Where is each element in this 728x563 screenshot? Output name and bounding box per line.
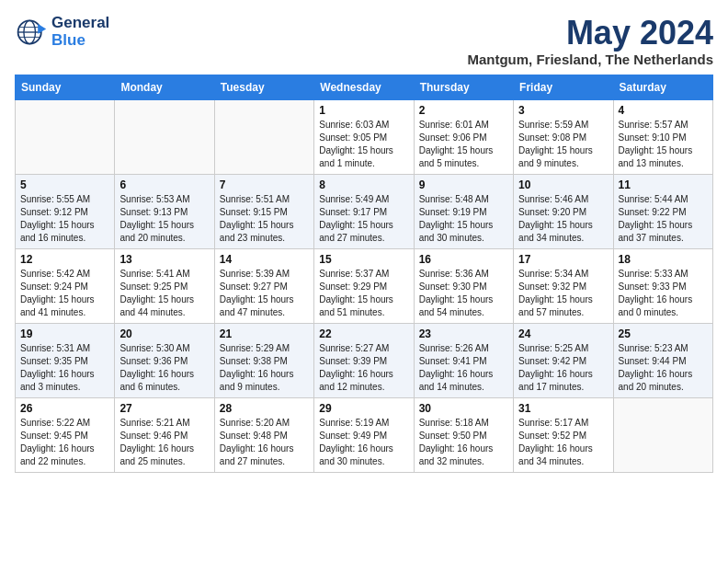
day-info: Sunrise: 5:17 AM Sunset: 9:52 PM Dayligh… [518, 417, 608, 468]
day-number: 28 [220, 402, 309, 415]
day-info: Sunrise: 6:03 AM Sunset: 9:05 PM Dayligh… [319, 119, 408, 170]
calendar-cell: 19Sunrise: 5:31 AM Sunset: 9:35 PM Dayli… [16, 323, 115, 397]
day-number: 10 [518, 178, 608, 191]
day-number: 20 [119, 327, 209, 340]
day-info: Sunrise: 5:25 AM Sunset: 9:42 PM Dayligh… [518, 342, 608, 394]
day-info: Sunrise: 5:23 AM Sunset: 9:44 PM Dayligh… [619, 342, 708, 394]
calendar-title: May 2024 [467, 15, 713, 52]
day-info: Sunrise: 5:59 AM Sunset: 9:08 PM Dayligh… [518, 119, 608, 170]
calendar-cell [613, 397, 712, 472]
day-number: 14 [220, 253, 309, 266]
day-info: Sunrise: 5:21 AM Sunset: 9:46 PM Dayligh… [119, 417, 209, 468]
calendar-cell: 5Sunrise: 5:55 AM Sunset: 9:12 PM Daylig… [16, 174, 115, 248]
day-info: Sunrise: 5:31 AM Sunset: 9:35 PM Dayligh… [20, 342, 109, 394]
day-number: 5 [20, 178, 109, 191]
day-number: 19 [20, 327, 109, 340]
calendar-table: SundayMondayTuesdayWednesdayThursdayFrid… [15, 75, 713, 473]
logo-icon [15, 16, 48, 49]
day-info: Sunrise: 5:27 AM Sunset: 9:39 PM Dayligh… [319, 342, 408, 394]
day-number: 29 [319, 402, 408, 415]
calendar-cell: 17Sunrise: 5:34 AM Sunset: 9:32 PM Dayli… [514, 248, 613, 323]
calendar-cell: 13Sunrise: 5:41 AM Sunset: 9:25 PM Dayli… [115, 248, 214, 323]
calendar-cell: 2Sunrise: 6:01 AM Sunset: 9:06 PM Daylig… [414, 99, 513, 174]
week-row-4: 19Sunrise: 5:31 AM Sunset: 9:35 PM Dayli… [16, 323, 713, 397]
day-info: Sunrise: 5:30 AM Sunset: 9:36 PM Dayligh… [119, 342, 209, 394]
calendar-cell: 20Sunrise: 5:30 AM Sunset: 9:36 PM Dayli… [115, 323, 214, 397]
calendar-cell: 6Sunrise: 5:53 AM Sunset: 9:13 PM Daylig… [115, 174, 214, 248]
calendar-cell: 28Sunrise: 5:20 AM Sunset: 9:48 PM Dayli… [214, 397, 313, 472]
day-number: 30 [419, 402, 508, 415]
calendar-cell: 12Sunrise: 5:42 AM Sunset: 9:24 PM Dayli… [16, 248, 115, 323]
calendar-cell [16, 99, 115, 174]
day-number: 12 [20, 253, 109, 266]
calendar-cell: 29Sunrise: 5:19 AM Sunset: 9:49 PM Dayli… [314, 397, 414, 472]
calendar-cell: 25Sunrise: 5:23 AM Sunset: 9:44 PM Dayli… [613, 323, 712, 397]
calendar-cell: 3Sunrise: 5:59 AM Sunset: 9:08 PM Daylig… [514, 99, 613, 174]
calendar-cell [115, 99, 214, 174]
day-info: Sunrise: 5:29 AM Sunset: 9:38 PM Dayligh… [220, 342, 309, 394]
day-info: Sunrise: 5:42 AM Sunset: 9:24 PM Dayligh… [20, 268, 109, 319]
day-info: Sunrise: 5:53 AM Sunset: 9:13 PM Dayligh… [119, 193, 209, 245]
day-number: 27 [119, 402, 209, 415]
day-number: 22 [319, 327, 408, 340]
day-number: 15 [319, 253, 408, 266]
logo-text: General Blue [51, 15, 109, 49]
day-number: 6 [119, 178, 209, 191]
day-info: Sunrise: 5:49 AM Sunset: 9:17 PM Dayligh… [319, 193, 408, 245]
calendar-cell: 30Sunrise: 5:18 AM Sunset: 9:50 PM Dayli… [414, 397, 513, 472]
day-number: 4 [619, 104, 708, 117]
calendar-cell: 24Sunrise: 5:25 AM Sunset: 9:42 PM Dayli… [514, 323, 613, 397]
day-info: Sunrise: 5:39 AM Sunset: 9:27 PM Dayligh… [220, 268, 309, 319]
calendar-cell: 7Sunrise: 5:51 AM Sunset: 9:15 PM Daylig… [214, 174, 313, 248]
title-block: May 2024 Mantgum, Friesland, The Netherl… [467, 15, 713, 67]
day-number: 18 [619, 253, 708, 266]
logo: General Blue [15, 15, 109, 49]
day-number: 7 [220, 178, 309, 191]
calendar-cell: 26Sunrise: 5:22 AM Sunset: 9:45 PM Dayli… [16, 397, 115, 472]
week-row-2: 5Sunrise: 5:55 AM Sunset: 9:12 PM Daylig… [16, 174, 713, 248]
day-info: Sunrise: 5:41 AM Sunset: 9:25 PM Dayligh… [119, 268, 209, 319]
calendar-cell: 23Sunrise: 5:26 AM Sunset: 9:41 PM Dayli… [414, 323, 513, 397]
calendar-cell: 21Sunrise: 5:29 AM Sunset: 9:38 PM Dayli… [214, 323, 313, 397]
calendar-cell: 10Sunrise: 5:46 AM Sunset: 9:20 PM Dayli… [514, 174, 613, 248]
calendar-cell: 11Sunrise: 5:44 AM Sunset: 9:22 PM Dayli… [613, 174, 712, 248]
calendar-header: SundayMondayTuesdayWednesdayThursdayFrid… [16, 75, 713, 99]
day-number: 16 [419, 253, 508, 266]
day-info: Sunrise: 5:22 AM Sunset: 9:45 PM Dayligh… [20, 417, 109, 468]
day-number: 13 [119, 253, 209, 266]
day-info: Sunrise: 6:01 AM Sunset: 9:06 PM Dayligh… [419, 119, 508, 170]
day-number: 17 [518, 253, 608, 266]
day-info: Sunrise: 5:57 AM Sunset: 9:10 PM Dayligh… [619, 119, 708, 170]
header-cell-friday: Friday [514, 75, 613, 99]
day-info: Sunrise: 5:36 AM Sunset: 9:30 PM Dayligh… [419, 268, 508, 319]
day-number: 26 [20, 402, 109, 415]
day-info: Sunrise: 5:34 AM Sunset: 9:32 PM Dayligh… [518, 268, 608, 319]
header-cell-tuesday: Tuesday [214, 75, 313, 99]
calendar-cell: 16Sunrise: 5:36 AM Sunset: 9:30 PM Dayli… [414, 248, 513, 323]
calendar-cell: 15Sunrise: 5:37 AM Sunset: 9:29 PM Dayli… [314, 248, 414, 323]
day-info: Sunrise: 5:55 AM Sunset: 9:12 PM Dayligh… [20, 193, 109, 245]
calendar-cell: 18Sunrise: 5:33 AM Sunset: 9:33 PM Dayli… [613, 248, 712, 323]
day-info: Sunrise: 5:26 AM Sunset: 9:41 PM Dayligh… [419, 342, 508, 394]
day-number: 3 [518, 104, 608, 117]
calendar-cell: 8Sunrise: 5:49 AM Sunset: 9:17 PM Daylig… [314, 174, 414, 248]
calendar-cell: 27Sunrise: 5:21 AM Sunset: 9:46 PM Dayli… [115, 397, 214, 472]
week-row-5: 26Sunrise: 5:22 AM Sunset: 9:45 PM Dayli… [16, 397, 713, 472]
day-info: Sunrise: 5:51 AM Sunset: 9:15 PM Dayligh… [220, 193, 309, 245]
calendar-cell: 22Sunrise: 5:27 AM Sunset: 9:39 PM Dayli… [314, 323, 414, 397]
calendar-subtitle: Mantgum, Friesland, The Netherlands [467, 52, 713, 67]
calendar-cell: 14Sunrise: 5:39 AM Sunset: 9:27 PM Dayli… [214, 248, 313, 323]
day-number: 8 [319, 178, 408, 191]
header-cell-monday: Monday [115, 75, 214, 99]
calendar-cell: 9Sunrise: 5:48 AM Sunset: 9:19 PM Daylig… [414, 174, 513, 248]
day-number: 1 [319, 104, 408, 117]
day-number: 2 [419, 104, 508, 117]
page-header: General Blue May 2024 Mantgum, Friesland… [15, 15, 713, 67]
svg-marker-5 [38, 24, 46, 34]
day-info: Sunrise: 5:37 AM Sunset: 9:29 PM Dayligh… [319, 268, 408, 319]
header-row: SundayMondayTuesdayWednesdayThursdayFrid… [16, 75, 713, 99]
day-number: 24 [518, 327, 608, 340]
calendar-cell: 4Sunrise: 5:57 AM Sunset: 9:10 PM Daylig… [613, 99, 712, 174]
day-number: 11 [619, 178, 708, 191]
day-number: 23 [419, 327, 508, 340]
